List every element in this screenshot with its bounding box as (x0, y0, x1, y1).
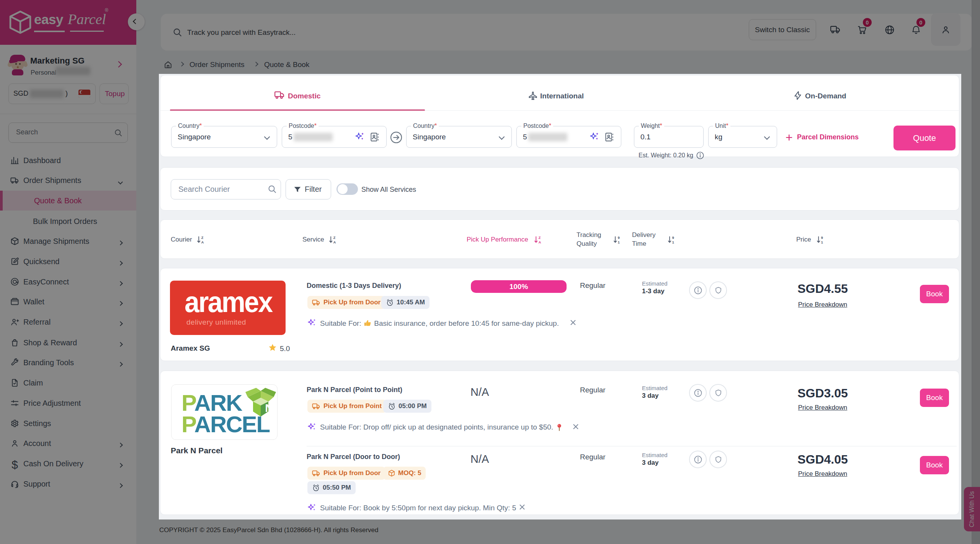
svg-text:1: 1 (672, 240, 674, 244)
svg-text:9: 9 (672, 236, 674, 240)
svg-text:N: N (265, 402, 273, 414)
svg-text:Z: Z (539, 236, 541, 240)
svg-text:9: 9 (618, 236, 620, 240)
svg-text:A: A (333, 240, 336, 244)
svg-text:A: A (539, 240, 541, 244)
svg-text:A: A (201, 240, 204, 244)
svg-text:Z: Z (333, 236, 336, 240)
svg-text:1: 1 (618, 240, 620, 244)
svg-text:1: 1 (821, 240, 823, 244)
svg-text:Z: Z (201, 236, 204, 240)
svg-text:9: 9 (821, 236, 823, 240)
